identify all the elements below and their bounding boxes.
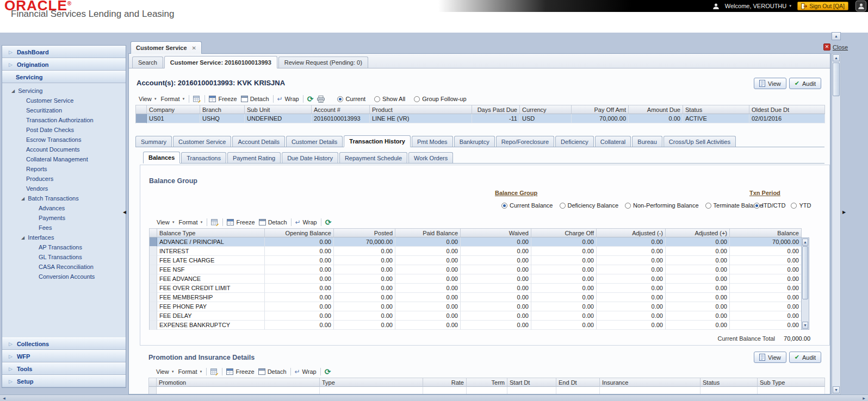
sidebar-item-producers[interactable]: Producers [2,174,126,184]
sidebar-section-collections[interactable]: ▷Collections [2,337,126,350]
refresh-icon[interactable]: ⟳ [307,96,314,102]
tab-bureau[interactable]: Bureau [632,136,662,147]
row-selector[interactable] [150,256,157,265]
radio-current[interactable]: Current [337,96,365,102]
subtab-balances[interactable]: Balances [143,152,180,164]
radio-deficiency-balance[interactable]: Deficiency Balance [560,202,619,209]
row-selector[interactable] [150,302,157,311]
radio-non-performing-balance[interactable]: Non-Performing Balance [625,202,698,209]
sidebar-item-conversion-accounts[interactable]: Conversion Accounts [2,272,126,281]
sidebar-item-gl-transactions[interactable]: GL Transactions [2,252,126,262]
radio-group-follow-up[interactable]: Group Follow-up [414,96,466,102]
view-menu[interactable]: View▼ [139,96,157,102]
query-by-example-icon[interactable] [211,219,219,226]
tab-transaction-history[interactable]: Transaction History [344,135,411,147]
row-selector[interactable] [150,284,157,293]
page-scroll-up-icon[interactable]: ▲ [832,32,841,40]
tab-account-details[interactable]: Account Details [232,136,284,147]
view-menu[interactable]: View▼ [157,219,175,225]
sidebar-section-setup[interactable]: ▷Setup [2,375,126,387]
row-selector[interactable] [150,311,157,321]
tab-bankruptcy[interactable]: Bankruptcy [454,136,495,147]
tab-search[interactable]: Search [132,57,163,68]
freeze-button[interactable]: Freeze [209,96,237,102]
sidebar-item-transaction-authorization[interactable]: Transaction Authorization [2,115,126,125]
main-scrollbar[interactable]: ▲ ▼ [832,53,841,394]
tab-review-request-pending-0[interactable]: Review Request (Pending: 0) [278,57,368,68]
scroll-down-icon[interactable]: ▼ [833,386,840,393]
sidebar-section-origination[interactable]: ▷Origination [2,58,126,71]
wrap-button[interactable]: ↵Wrap [277,96,299,102]
row-selector[interactable] [150,265,157,274]
sidebar-section-dashboard[interactable]: ▷DashBoard [2,46,126,58]
sidebar-item-payments[interactable]: Payments [2,213,126,223]
radio-ytd[interactable]: YTD [791,202,811,209]
sidebar-item-account-documents[interactable]: Account Documents [2,145,126,154]
sidebar-item-securitization[interactable]: Securitization [2,105,126,115]
sidebar-item-casa-reconciliation[interactable]: CASA Reconciliation [2,262,126,272]
account-audit-button[interactable]: ✔ Audit [789,78,821,89]
scroll-up-icon[interactable]: ▲ [802,239,808,246]
tab-customer-service-20160100013993[interactable]: Customer Service: 20160100013993 [164,56,277,68]
row-selector[interactable] [150,293,157,302]
tab-deficiency[interactable]: Deficiency [555,136,594,147]
wrap-button[interactable]: ↵Wrap [295,219,317,225]
sidebar-item-vendors[interactable]: Vendors [2,184,126,193]
radio-itd-ctd[interactable]: ITD/CTD [754,202,785,209]
freeze-button[interactable]: Freeze [226,368,254,375]
sidebar-item-escrow-transactions[interactable]: Escrow Transactions [2,135,126,145]
scroll-right-icon[interactable]: ▶ [860,396,867,401]
tab-customer-service[interactable]: Customer Service [173,136,231,147]
doc-tab-customer-service[interactable]: Customer Service ✕ [131,41,202,54]
row-selector[interactable] [150,237,157,247]
sidebar-section-wfp[interactable]: ▷WFP [2,350,126,362]
sidebar-collapse-icon[interactable]: ◀ [123,210,126,215]
tab-customer-details[interactable]: Customer Details [286,136,343,147]
sidebar-section-servicing[interactable]: Servicing [2,71,126,83]
subtab-payment-rating[interactable]: Payment Rating [227,152,281,163]
tab-close-icon[interactable]: ✕ [192,45,196,51]
refresh-icon[interactable]: ⟳ [325,368,331,375]
print-icon[interactable] [317,96,325,103]
row-selector[interactable] [149,387,157,394]
subtab-repayment-schedule[interactable]: Repayment Schedule [339,152,407,163]
subtab-work-orders[interactable]: Work Orders [408,152,453,163]
format-menu[interactable]: Format▼ [179,219,203,225]
row-selector[interactable] [150,321,157,330]
promotion-audit-button[interactable]: ✔ Audit [789,352,821,363]
format-menu[interactable]: Format▼ [161,96,185,102]
sidebar-item-collateral-management[interactable]: Collateral Management [2,154,126,164]
subtab-transactions[interactable]: Transactions [181,152,226,163]
query-by-example-icon[interactable] [210,368,218,375]
tab-collateral[interactable]: Collateral [595,136,631,147]
wrap-button[interactable]: ↵Wrap [295,368,317,375]
radio-show-all[interactable]: Show All [374,96,405,102]
sidebar-item-fees[interactable]: Fees [2,223,126,233]
balance-table-scrollbar[interactable]: ▲ ▼ [801,237,809,330]
scroll-thumb[interactable] [802,246,808,299]
sidebar-item-interfaces[interactable]: ◢Interfaces [2,233,126,242]
scroll-down-icon[interactable]: ▼ [802,322,808,329]
account-view-button[interactable]: View [754,78,786,89]
sidebar-section-tools[interactable]: ▷Tools [2,362,126,375]
sidebar-item-reports[interactable]: Reports [2,164,126,174]
horizontal-scrollbar[interactable]: ◀ ▶ [0,394,868,401]
tab-pmt-modes[interactable]: Pmt Modes [412,136,453,147]
sidebar-item-ap-transactions[interactable]: AP Transactions [2,242,126,252]
scroll-thumb[interactable] [833,62,840,96]
row-selector[interactable] [136,114,147,123]
radio-current-balance[interactable]: Current Balance [501,202,553,209]
tab-summary[interactable]: Summary [135,136,172,147]
detach-button[interactable]: Detach [258,368,287,375]
sidebar-item-servicing[interactable]: ◢Servicing [2,86,126,96]
sign-out-button[interactable]: Sign Out [QA] [797,2,848,10]
tab-repo-foreclosure[interactable]: Repo/Foreclosure [496,136,554,147]
row-selector[interactable] [150,274,157,284]
freeze-button[interactable]: Freeze [227,219,255,225]
query-by-example-icon[interactable] [193,96,201,103]
sidebar-item-customer-service[interactable]: Customer Service [2,96,126,105]
sidebar-item-advances[interactable]: Advances [2,203,126,213]
promotion-view-button[interactable]: View [754,352,786,363]
row-selector[interactable] [150,247,157,256]
detach-button[interactable]: Detach [241,96,269,102]
